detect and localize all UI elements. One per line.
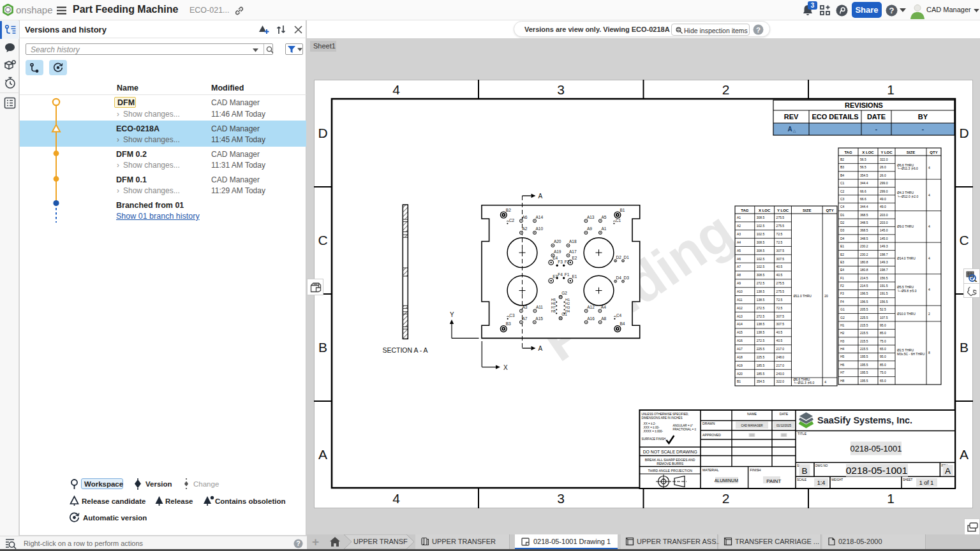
svg-text:203.0: 203.0 — [880, 221, 888, 224]
svg-text:A10: A10 — [737, 290, 743, 293]
svg-text:95.0: 95.0 — [880, 355, 886, 358]
svg-text:52.5: 52.5 — [880, 307, 886, 311]
svg-text:A17: A17 — [737, 347, 743, 351]
svg-text:49.0: 49.0 — [880, 205, 886, 209]
svg-text:H8: H8 — [840, 379, 845, 383]
svg-text:203.0: 203.0 — [880, 213, 888, 217]
svg-text:SECTION A - A: SECTION A - A — [382, 346, 427, 354]
svg-text:354.5: 354.5 — [757, 379, 765, 383]
svg-text:C4: C4 — [840, 205, 845, 209]
svg-text:A3: A3 — [522, 305, 527, 309]
svg-text:△: △ — [793, 129, 796, 133]
svg-text:D2: D2 — [616, 255, 622, 260]
svg-text:308.5: 308.5 — [757, 249, 765, 253]
svg-text:2: 2 — [928, 312, 930, 316]
svg-text:322.0: 322.0 — [880, 158, 888, 161]
svg-text:D: D — [318, 126, 327, 140]
svg-text:205.5: 205.5 — [860, 307, 868, 311]
svg-text:B3: B3 — [840, 165, 844, 169]
svg-text:F3: F3 — [558, 260, 563, 264]
svg-text:01/12/2025: 01/12/2025 — [776, 424, 791, 427]
svg-text:A15: A15 — [535, 316, 543, 321]
svg-text:Y LOC: Y LOC — [880, 151, 893, 154]
svg-text:243.0: 243.0 — [776, 372, 785, 376]
svg-text:C2: C2 — [509, 218, 515, 223]
svg-text:56.5: 56.5 — [860, 165, 866, 169]
svg-text:DIMENSIONS ARE IN INCHES: DIMENSIONS ARE IN INCHES — [641, 416, 682, 420]
svg-text:B1: B1 — [620, 208, 625, 212]
svg-text:A19: A19 — [554, 249, 561, 254]
svg-text:195.5: 195.5 — [860, 355, 868, 358]
svg-text:A7: A7 — [522, 316, 527, 321]
svg-text:TAG: TAG — [844, 151, 852, 154]
svg-text:B3: B3 — [506, 321, 511, 326]
svg-text:272.5: 272.5 — [757, 281, 765, 285]
svg-text:G2: G2 — [840, 316, 845, 320]
svg-text:G1: G1 — [840, 307, 845, 311]
svg-text:85.0: 85.0 — [880, 363, 886, 367]
svg-text:1: 1 — [887, 491, 895, 506]
svg-text:230.2: 230.2 — [860, 253, 868, 256]
svg-text:40.5: 40.5 — [776, 330, 783, 334]
svg-text:344.4: 344.4 — [860, 205, 868, 209]
svg-text:299.0: 299.0 — [880, 189, 888, 193]
svg-text:E2: E2 — [572, 256, 577, 260]
svg-text:A: A — [318, 447, 327, 462]
svg-text:PAINT: PAINT — [766, 478, 781, 484]
svg-text:DATE: DATE — [867, 113, 886, 121]
svg-text:102.5: 102.5 — [757, 257, 765, 261]
svg-text:?: ? — [889, 6, 895, 15]
svg-text:A6: A6 — [522, 215, 527, 219]
svg-text:65.0: 65.0 — [880, 347, 886, 351]
svg-text:214.5: 214.5 — [860, 284, 868, 288]
svg-text:72.5: 72.5 — [776, 240, 783, 244]
svg-text:A10: A10 — [536, 226, 544, 231]
svg-text:A11: A11 — [536, 305, 543, 309]
svg-text:1 of 1: 1 of 1 — [919, 480, 934, 486]
svg-text:4: 4 — [824, 380, 826, 384]
svg-text:C: C — [959, 233, 969, 247]
svg-text:M3x.5C - 6H THRU: M3x.5C - 6H THRU — [897, 352, 925, 356]
svg-text:SURFACE FINISH: SURFACE FINISH — [641, 437, 665, 441]
svg-text:F3: F3 — [840, 291, 844, 295]
svg-text:95.0: 95.0 — [880, 323, 886, 327]
svg-text:272.5: 272.5 — [757, 339, 765, 342]
svg-text:B: B — [960, 340, 969, 355]
svg-text:.XXX = ±.00-: .XXX = ±.00- — [642, 426, 660, 429]
svg-text:299.0: 299.0 — [880, 181, 888, 185]
svg-text:E3: E3 — [840, 260, 844, 264]
svg-text:A2: A2 — [522, 226, 527, 231]
svg-text:49.0: 49.0 — [880, 197, 886, 201]
svg-text:107.5: 107.5 — [880, 316, 888, 320]
svg-text:C: C — [318, 233, 327, 247]
svg-text:.XX = ±.2-: .XX = ±.2- — [642, 422, 656, 425]
svg-text:-: - — [922, 126, 924, 133]
svg-text:SCALE: SCALE — [797, 478, 806, 481]
svg-text:F2: F2 — [840, 284, 844, 288]
svg-text:A16: A16 — [587, 316, 595, 321]
svg-text:C3: C3 — [840, 197, 845, 201]
svg-text:275.5: 275.5 — [776, 290, 785, 293]
svg-text:196.5: 196.5 — [860, 300, 868, 304]
svg-text:SIZE: SIZE — [907, 151, 915, 154]
svg-text:F1: F1 — [565, 272, 570, 277]
svg-text:└─Ø12.0 ⊅2.0: └─Ø12.0 ⊅2.0 — [897, 195, 918, 198]
svg-text:307.5: 307.5 — [776, 249, 785, 253]
svg-text:180.8: 180.8 — [860, 260, 868, 264]
svg-text:191.5: 191.5 — [880, 284, 888, 288]
svg-text:A1: A1 — [601, 226, 606, 231]
svg-text:THIRD ANGLE PROJECTION: THIRD ANGLE PROJECTION — [648, 469, 692, 473]
svg-text:MATERIAL: MATERIAL — [702, 468, 719, 472]
svg-text:308.5: 308.5 — [757, 273, 765, 277]
svg-text:A: A — [538, 345, 543, 352]
svg-text:195.5: 195.5 — [860, 371, 868, 374]
svg-text:D1: D1 — [840, 213, 845, 217]
svg-text:DWG NO: DWG NO — [815, 464, 828, 467]
svg-text:A15: A15 — [737, 330, 743, 334]
svg-text:A11: A11 — [737, 298, 743, 302]
svg-text:4: 4 — [928, 193, 930, 197]
svg-text:A5: A5 — [737, 249, 741, 253]
svg-text:138.5: 138.5 — [757, 322, 765, 326]
svg-text:272.5: 272.5 — [757, 306, 765, 310]
svg-text:308.5: 308.5 — [757, 216, 765, 219]
